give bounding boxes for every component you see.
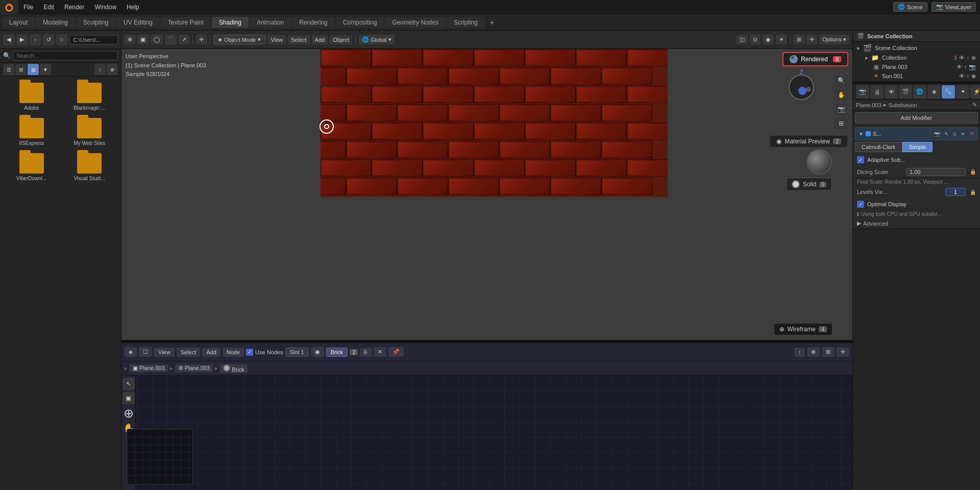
mod-viewport-icon[interactable]: ⊙: [952, 131, 957, 137]
viewport-tool-lasso[interactable]: ⌒: [165, 34, 177, 45]
transform-global[interactable]: 🌐 Global ▾: [359, 35, 395, 44]
shading-matprev-btn[interactable]: ◉: [763, 35, 774, 44]
sidebar-forward-btn[interactable]: ▶: [16, 34, 28, 45]
viewport-tool-circle[interactable]: ◯: [151, 35, 163, 44]
adaptive-sub-checkbox[interactable]: ✓: [857, 156, 864, 163]
file-item-mywebsites[interactable]: My Web Sites: [62, 116, 117, 148]
sidebar-back-btn[interactable]: ◀: [3, 34, 14, 45]
sort-btn[interactable]: ↕: [94, 64, 106, 75]
sun-eye-icon[interactable]: 👁: [959, 73, 965, 80]
prop-modifier-btn[interactable]: 🔧: [942, 85, 955, 99]
tab-compositing[interactable]: Compositing: [336, 17, 384, 28]
tab-uv-editing[interactable]: UV Editing: [116, 17, 160, 28]
breadcrumb-plane-mat[interactable]: ⚙ Plane.003: [175, 364, 213, 372]
viewport-main[interactable]: User Perspective (1) Scene Collection | …: [121, 49, 852, 340]
overlay-btn[interactable]: ⊞: [794, 35, 804, 44]
node-gizmo-btn[interactable]: ✛: [837, 347, 849, 357]
use-nodes-checkbox[interactable]: ✓: [246, 349, 253, 356]
shading-preview-circle[interactable]: [806, 149, 832, 175]
tab-texture-paint[interactable]: Texture Paint: [161, 17, 211, 28]
prop-object-btn[interactable]: ◈: [927, 85, 941, 99]
node-sphere-icon[interactable]: ◉: [311, 347, 324, 357]
tab-animation[interactable]: Animation: [250, 17, 291, 28]
menu-file[interactable]: File: [18, 2, 38, 13]
tab-scripting[interactable]: Scripting: [447, 17, 485, 28]
sun-render-icon[interactable]: ⊕: [971, 73, 976, 80]
node-canvas[interactable]: ↖ ▣ ⊕ ✋: [121, 376, 852, 490]
tab-geometry-nodes[interactable]: Geometry Nodes: [385, 17, 446, 28]
plane-render-icon[interactable]: 📷: [969, 64, 976, 70]
tab-sculpting[interactable]: Sculpting: [76, 17, 115, 28]
menu-edit[interactable]: Edit: [38, 2, 59, 13]
mod-render-icon[interactable]: ☀: [961, 131, 965, 137]
catmull-clark-btn[interactable]: Catmull-Clark: [855, 142, 902, 152]
shading-rendered-btn[interactable]: ☀: [776, 35, 787, 44]
node-select-btn[interactable]: Select: [177, 348, 201, 357]
optimal-display-checkbox[interactable]: ✓: [857, 201, 864, 208]
use-nodes-toggle[interactable]: ✓ Use Nodes: [246, 349, 283, 356]
mod-edit-icon[interactable]: ✎: [944, 131, 948, 137]
wireframe-badge[interactable]: ⊕ Wireframe 4: [774, 324, 832, 335]
mod-close-icon[interactable]: ✕: [969, 130, 974, 137]
prop-physics-btn[interactable]: ⚡: [970, 85, 980, 99]
prop-particles-btn[interactable]: ✦: [956, 85, 969, 99]
menu-help[interactable]: Help: [121, 2, 144, 13]
dicing-scale-value[interactable]: 1.00: [906, 168, 966, 176]
node-overlay-btn[interactable]: ⊞: [822, 347, 835, 357]
view-btn[interactable]: View: [267, 35, 286, 44]
select-btn[interactable]: Select: [288, 35, 310, 44]
node-material-name[interactable]: Brick: [326, 348, 348, 357]
sidebar-up-btn[interactable]: ↑: [30, 34, 41, 45]
prop-view-btn[interactable]: 👁: [885, 85, 898, 99]
node-slot-selector[interactable]: Slot 1: [285, 348, 309, 357]
solid-btn[interactable]: Solid 6: [786, 178, 832, 191]
prop-scene-btn[interactable]: 🎬: [899, 85, 912, 99]
icon-view-btn[interactable]: ⊞: [15, 64, 27, 75]
collection-item-root[interactable]: ▶ 🎬 Scene Collection: [853, 43, 980, 53]
collection-item-sun001[interactable]: ☀ Sun.001 👁 ↑ ⊕: [853, 71, 980, 81]
gizmo-btn[interactable]: ✛: [806, 35, 817, 44]
add-btn[interactable]: Add: [312, 35, 328, 44]
viewport-tool-box[interactable]: ▣: [137, 35, 149, 44]
node-lt-zoom[interactable]: ⊕: [124, 406, 134, 421]
node-add-btn[interactable]: Add: [202, 348, 220, 357]
node-lt-select[interactable]: ↖: [122, 378, 135, 390]
rendered-badge[interactable]: Rendered 8: [782, 52, 848, 66]
tab-rendering[interactable]: Rendering: [292, 17, 334, 28]
prop-world-btn[interactable]: 🌐: [913, 85, 926, 99]
scene-name-pill[interactable]: 🌐 Scene: [893, 2, 927, 12]
node-pin-btn[interactable]: 📌: [388, 347, 404, 357]
menu-render[interactable]: Render: [59, 2, 89, 13]
filter2-btn[interactable]: ⊕: [107, 64, 118, 75]
vp-search-btn[interactable]: 🔍: [835, 75, 847, 87]
mod-collapse-icon[interactable]: ▼: [859, 131, 864, 137]
mode-selector[interactable]: ◈ Object Mode ▾: [213, 35, 265, 44]
search-input[interactable]: [13, 51, 118, 60]
view-layer-pill[interactable]: 📷 ViewLayer: [932, 2, 976, 12]
node-mode-btn[interactable]: ◈: [125, 347, 137, 357]
menu-window[interactable]: Window: [89, 2, 121, 13]
file-item-viberdl[interactable]: ViberDownl...: [4, 151, 59, 183]
options-btn[interactable]: Options ▾: [819, 35, 849, 44]
node-node-btn[interactable]: Node: [223, 348, 244, 357]
sidebar-reload-btn[interactable]: ↺: [43, 34, 54, 45]
grid-view-btn[interactable]: ▦: [28, 64, 39, 75]
node-view-btn[interactable]: View: [154, 348, 175, 357]
object-btn[interactable]: Object: [330, 35, 352, 44]
viewport-tool-tweak[interactable]: ↗: [179, 35, 189, 44]
blender-logo[interactable]: [0, 0, 18, 14]
mod-camera-icon[interactable]: 📷: [934, 131, 940, 137]
vp-hand-btn[interactable]: ✋: [835, 89, 847, 101]
tab-shading[interactable]: Shading: [212, 17, 249, 28]
tab-layout[interactable]: Layout: [2, 17, 35, 28]
node-copy-btn[interactable]: ⎘: [360, 348, 372, 357]
plane-select-icon[interactable]: ↑: [964, 64, 967, 70]
shading-solid-btn[interactable]: ⊙: [750, 35, 761, 44]
list-view-btn[interactable]: ☰: [3, 64, 14, 75]
collection-item-collection[interactable]: ▶ 📁 Collection 3 👁 ↑ ⊕: [853, 53, 980, 62]
coll-filter-icon[interactable]: ⊕: [971, 55, 976, 61]
node-up-btn[interactable]: ↑: [794, 348, 805, 357]
node-snap-btn[interactable]: ⊕: [807, 347, 820, 357]
file-item-visualstudio[interactable]: Visual Studi...: [62, 151, 117, 183]
sidebar-bookmark-btn[interactable]: ☆: [56, 34, 67, 45]
